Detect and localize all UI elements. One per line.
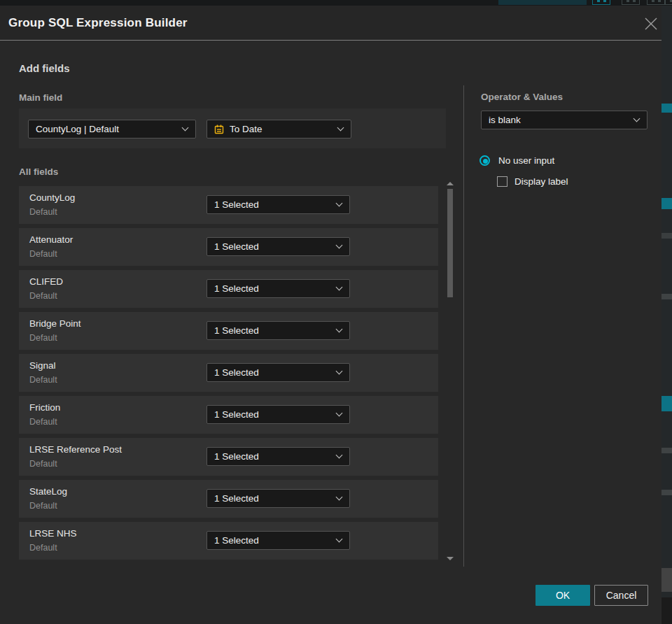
toolbar-button[interactable] bbox=[592, 0, 610, 5]
field-name: Bridge Point bbox=[29, 318, 81, 329]
field-row: StateLog Default 1 Selected bbox=[19, 480, 438, 518]
field-row: LRSE Reference Post Default 1 Selected bbox=[19, 438, 438, 476]
background-fragment bbox=[662, 568, 672, 592]
chevron-down-icon bbox=[634, 115, 640, 122]
field-row: Bridge Point Default 1 Selected bbox=[19, 312, 438, 350]
field-row: LRSE NHS Default 1 Selected bbox=[19, 522, 438, 560]
background-fragment bbox=[662, 104, 672, 113]
field-sublabel: Default bbox=[29, 333, 57, 343]
background-app-right-strip bbox=[662, 6, 672, 624]
field-sublabel: Default bbox=[29, 249, 57, 259]
field-selected-dropdown[interactable]: 1 Selected bbox=[206, 447, 350, 466]
background-fragment bbox=[662, 396, 672, 411]
background-fragment bbox=[662, 233, 672, 239]
chevron-down-icon bbox=[336, 283, 343, 290]
main-field-type-dropdown[interactable]: To Date bbox=[206, 120, 351, 139]
chevron-down-icon bbox=[336, 493, 343, 500]
scrollbar-down-arrow-icon[interactable] bbox=[447, 557, 454, 560]
field-sublabel: Default bbox=[29, 459, 57, 469]
dropdown-value: 1 Selected bbox=[214, 280, 259, 297]
scrollbar-up-arrow-icon[interactable] bbox=[447, 182, 454, 185]
field-selected-dropdown[interactable]: 1 Selected bbox=[206, 321, 350, 340]
background-fragment bbox=[662, 294, 672, 299]
field-name: Signal bbox=[29, 360, 56, 371]
calendar-icon bbox=[214, 124, 225, 138]
field-selected-dropdown[interactable]: 1 Selected bbox=[206, 405, 350, 424]
toolbar-button[interactable] bbox=[647, 0, 665, 5]
dropdown-value: is blank bbox=[489, 111, 521, 129]
operator-values-label: Operator & Values bbox=[481, 92, 563, 102]
chevron-down-icon bbox=[336, 535, 343, 542]
operator-dropdown[interactable]: is blank bbox=[481, 111, 648, 129]
chevron-down-icon bbox=[336, 241, 343, 248]
chevron-down-icon bbox=[182, 124, 189, 131]
dropdown-value: 1 Selected bbox=[214, 364, 259, 381]
scrollbar-thumb[interactable] bbox=[447, 189, 453, 297]
no-user-input-radio[interactable] bbox=[479, 155, 490, 166]
field-selected-dropdown[interactable]: 1 Selected bbox=[206, 531, 350, 550]
dropdown-value: 1 Selected bbox=[214, 196, 259, 213]
field-sublabel: Default bbox=[29, 375, 57, 385]
chevron-down-icon bbox=[336, 451, 343, 458]
dropdown-value: 1 Selected bbox=[214, 322, 259, 339]
dialog-titlebar: Group SQL Expression Builder bbox=[0, 6, 662, 41]
field-name: Attenuator bbox=[29, 234, 73, 245]
chevron-down-icon bbox=[336, 409, 343, 416]
all-fields-label: All fields bbox=[19, 166, 58, 177]
toolbar-button[interactable] bbox=[665, 0, 672, 5]
chevron-down-icon bbox=[336, 199, 343, 206]
background-fragment bbox=[662, 448, 672, 453]
group-sql-expression-builder-dialog: Group SQL Expression Builder Add fields … bbox=[0, 6, 662, 624]
add-fields-heading: Add fields bbox=[19, 62, 70, 74]
main-field-label: Main field bbox=[19, 92, 62, 103]
field-name: CLIFED bbox=[29, 276, 63, 287]
dropdown-value: CountyLog | Default bbox=[36, 120, 119, 138]
field-name: StateLog bbox=[29, 486, 67, 497]
dropdown-value: 1 Selected bbox=[214, 490, 259, 507]
dropdown-value: 1 Selected bbox=[214, 406, 259, 423]
main-field-panel: CountyLog | Default To Date bbox=[19, 108, 446, 148]
display-label-checkbox[interactable] bbox=[497, 176, 507, 187]
dropdown-value: To Date bbox=[230, 120, 262, 138]
main-field-dropdown[interactable]: CountyLog | Default bbox=[28, 120, 196, 139]
field-selected-dropdown[interactable]: 1 Selected bbox=[206, 237, 350, 256]
field-row: Signal Default 1 Selected bbox=[19, 354, 438, 392]
screen: Live view Group SQL Expression Builder bbox=[0, 0, 672, 624]
radio-dot bbox=[483, 159, 488, 164]
field-selected-dropdown[interactable]: 1 Selected bbox=[206, 279, 350, 298]
field-sublabel: Default bbox=[29, 207, 57, 217]
field-selected-dropdown[interactable]: 1 Selected bbox=[206, 489, 350, 508]
field-selected-dropdown[interactable]: 1 Selected bbox=[206, 195, 350, 214]
dialog-title: Group SQL Expression Builder bbox=[8, 6, 188, 41]
field-row: Friction Default 1 Selected bbox=[19, 396, 438, 434]
field-row: CLIFED Default 1 Selected bbox=[19, 270, 438, 308]
field-name: Friction bbox=[29, 402, 60, 413]
ok-button[interactable]: OK bbox=[536, 585, 590, 606]
field-name: LRSE Reference Post bbox=[29, 444, 122, 455]
field-sublabel: Default bbox=[29, 291, 57, 301]
toolbar-button[interactable] bbox=[622, 0, 640, 5]
background-fragment bbox=[662, 490, 672, 495]
background-app-top-strip: Live view bbox=[0, 0, 672, 6]
dropdown-value: 1 Selected bbox=[214, 238, 259, 255]
background-fragment bbox=[662, 198, 672, 209]
close-icon[interactable] bbox=[643, 15, 659, 32]
live-view-button[interactable]: Live view bbox=[498, 0, 587, 5]
dropdown-value: 1 Selected bbox=[214, 448, 259, 465]
vertical-divider bbox=[463, 85, 464, 567]
live-view-label: Live view bbox=[528, 0, 566, 1]
chevron-down-icon bbox=[336, 325, 343, 332]
cancel-button[interactable]: Cancel bbox=[594, 585, 648, 606]
field-name: LRSE NHS bbox=[29, 528, 77, 539]
field-row: CountyLog Default 1 Selected bbox=[19, 186, 438, 224]
no-user-input-label: No user input bbox=[498, 155, 554, 166]
background-fragment bbox=[662, 597, 672, 624]
field-row: Attenuator Default 1 Selected bbox=[19, 228, 438, 266]
chevron-down-icon bbox=[336, 367, 343, 374]
chevron-down-icon bbox=[337, 124, 344, 131]
field-sublabel: Default bbox=[29, 417, 57, 427]
all-fields-list: CountyLog Default 1 Selected Attenuator … bbox=[19, 186, 438, 564]
field-name: CountyLog bbox=[29, 192, 75, 203]
field-sublabel: Default bbox=[29, 501, 57, 511]
field-selected-dropdown[interactable]: 1 Selected bbox=[206, 363, 350, 382]
